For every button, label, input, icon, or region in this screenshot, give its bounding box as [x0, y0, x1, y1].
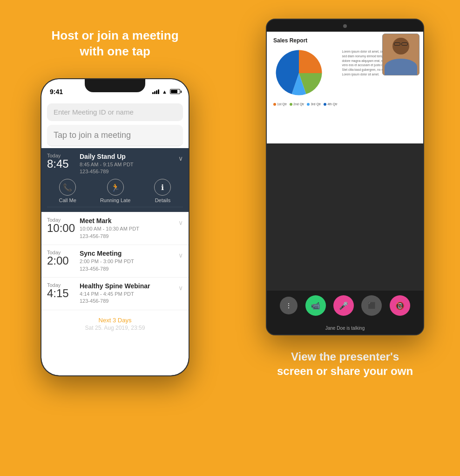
- details-button[interactable]: ℹ Details: [154, 179, 171, 203]
- person-head: [392, 38, 409, 54]
- meeting-time-3: 2:00: [47, 255, 75, 266]
- call-me-icon: 📞: [59, 179, 76, 196]
- meeting-item-4[interactable]: Today 4:15 Healthy Spine Webinar 4:14 PM…: [41, 278, 189, 310]
- call-me-button[interactable]: 📞 Call Me: [59, 179, 76, 203]
- phone-right: Sales Report: [266, 19, 424, 335]
- person-glasses: [394, 42, 408, 46]
- battery-icon: [170, 89, 180, 94]
- meeting-item-3[interactable]: Today 2:00 Sync Meeting 2:00 PM - 3:00 P…: [41, 245, 189, 278]
- legend-item-2: 2nd Qtr: [290, 102, 304, 106]
- join-meeting-button[interactable]: Tap to join a meeting: [47, 125, 183, 146]
- video-camera-button[interactable]: 📹: [305, 295, 326, 316]
- meeting-item-1[interactable]: Today 8:45 Daily Stand Up 8:45 AM - 9:15…: [41, 148, 189, 213]
- signal-icon: [152, 89, 159, 94]
- legend-item-1: 1st Qtr: [273, 102, 287, 106]
- wifi-icon: ▲: [162, 89, 167, 95]
- controls-bar: ⋮ 📹 🎤 ⬛ 📵: [267, 291, 423, 320]
- join-meeting-text: Tap to join a meeting: [54, 130, 131, 140]
- meeting-details-3: 2:00 PM - 3:00 PM PDT123-456-789: [80, 258, 178, 272]
- self-video-thumbnail: [382, 34, 419, 75]
- call-me-label: Call Me: [59, 197, 76, 203]
- meeting-time-1: 8:45: [47, 158, 75, 170]
- details-label: Details: [155, 197, 171, 203]
- search-area[interactable]: Enter Meeting ID or name: [47, 103, 183, 121]
- meeting-time-4: 4:15: [47, 288, 75, 299]
- running-late-button[interactable]: 🏃 Running Late: [100, 179, 130, 203]
- details-icon: ℹ: [154, 179, 171, 196]
- meeting-title-4: Healthy Spine Webinar: [80, 282, 178, 290]
- end-call-button[interactable]: 📵: [390, 295, 410, 316]
- camera-dot: [343, 24, 347, 28]
- running-late-label: Running Late: [100, 197, 130, 203]
- left-panel: Host or join a meeting with one tap 9:41…: [0, 0, 230, 476]
- next-days-section: Next 3 Days Sat 25. Aug 2019, 23:59: [41, 310, 189, 338]
- chevron-icon-1: ∨: [178, 155, 183, 162]
- meeting-details-1: 8:45 AM - 9:15 AM PDT123-456-789: [80, 161, 178, 176]
- chevron-icon-2: ∨: [178, 219, 183, 226]
- running-late-icon: 🏃: [107, 179, 124, 196]
- meeting-details-2: 10:00 AM - 10:30 AM PDT123-456-789: [80, 225, 178, 240]
- status-time: 9:41: [50, 88, 63, 95]
- legend-item-3: 3rd Qtr: [307, 102, 321, 106]
- more-options-button[interactable]: ⋮: [280, 297, 298, 314]
- phone-screen-right: Sales Report: [267, 20, 423, 334]
- meeting-item-2[interactable]: Today 10:00 Meet Mark 10:00 AM - 10:30 A…: [41, 212, 189, 245]
- mute-button[interactable]: 🎤: [333, 295, 354, 316]
- left-title: Host or join a meeting with one tap: [33, 28, 197, 60]
- meeting-time-2: 10:00: [47, 223, 75, 234]
- chevron-icon-4: ∨: [178, 284, 183, 292]
- video-area: [267, 143, 423, 291]
- chevron-icon-3: ∨: [178, 252, 183, 259]
- speaking-text: Jane Doe is talking: [325, 326, 365, 331]
- speaking-indicator: Jane Doe is talking: [267, 320, 423, 334]
- person-body: [385, 59, 417, 75]
- status-icons: ▲: [152, 89, 180, 95]
- next-days-date: Sat 25. Aug 2019, 23:59: [48, 325, 182, 331]
- legend-item-4: 4th Qtr: [324, 102, 337, 106]
- right-panel: Sales Report: [230, 0, 460, 476]
- phone-left: 9:41 ▲ Enter Meeting ID or name: [41, 78, 189, 376]
- meeting-details-4: 4:14 PM - 4:45 PM PDT123-456-789: [80, 291, 178, 305]
- pie-legend: 1st Qtr 2nd Qtr 3rd Qtr: [273, 102, 338, 106]
- meeting-title-3: Sync Meeting: [80, 250, 178, 257]
- phone-notch: [85, 79, 145, 92]
- pie-chart: [273, 48, 325, 99]
- meeting-title-1: Daily Stand Up: [80, 153, 178, 160]
- phone-screen-left: 9:41 ▲ Enter Meeting ID or name: [41, 79, 189, 375]
- right-title: View the presenter's screen or share you…: [258, 349, 432, 378]
- meeting-title-2: Meet Mark: [80, 217, 178, 224]
- share-screen-button[interactable]: ⬛: [361, 295, 382, 316]
- action-buttons: 📞 Call Me 🏃 Running Late ℹ Details: [47, 175, 183, 207]
- pie-chart-area: 1st Qtr 2nd Qtr 3rd Qtr: [273, 48, 338, 106]
- next-days-label: Next 3 Days: [48, 317, 182, 324]
- search-placeholder: Enter Meeting ID or name: [54, 108, 134, 116]
